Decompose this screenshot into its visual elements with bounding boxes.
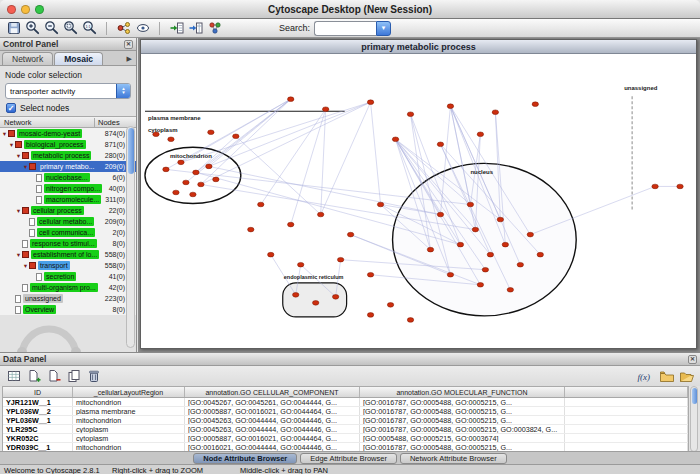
network-node[interactable]: [298, 262, 304, 267]
network-node[interactable]: [233, 134, 239, 139]
network-node[interactable]: [213, 177, 219, 182]
tree-row[interactable]: ▼mosaic-demo-yeast874(0): [0, 128, 136, 139]
network-node[interactable]: [652, 184, 658, 189]
formula-builder-icon[interactable]: f(x): [634, 368, 655, 384]
tree-row[interactable]: Overview8(0): [0, 304, 136, 315]
zoom-selected-icon[interactable]: [62, 20, 79, 36]
network-node[interactable]: [377, 202, 383, 207]
expand-toggle-icon[interactable]: ▼: [8, 142, 15, 148]
network-node[interactable]: [178, 160, 184, 165]
network-node[interactable]: [337, 257, 343, 262]
network-node[interactable]: [347, 232, 353, 237]
table-row[interactable]: YPL036W__1mitochondrion[GO:0045263, GO:0…: [3, 416, 688, 425]
scrollbar-thumb[interactable]: [128, 128, 134, 174]
tree-row[interactable]: unassigned223(0): [0, 293, 136, 304]
tab-mosaic[interactable]: Mosaic: [54, 52, 103, 65]
network-node[interactable]: [427, 247, 433, 252]
network-node[interactable]: [407, 318, 413, 323]
network-node[interactable]: [477, 132, 483, 137]
network-node[interactable]: [367, 272, 373, 277]
first-neighbors-icon[interactable]: [115, 20, 132, 36]
expand-toggle-icon[interactable]: ▼: [15, 208, 22, 214]
network-node[interactable]: [248, 227, 254, 232]
save-session-icon[interactable]: [5, 20, 22, 36]
network-node[interactable]: [198, 182, 204, 187]
tree-row[interactable]: response to stimul...8(0): [0, 238, 136, 249]
tab-edge-attribute-browser[interactable]: Edge Attribute Browser: [300, 453, 397, 464]
tree-row[interactable]: macromolecule...311(0): [0, 194, 136, 205]
network-node[interactable]: [173, 190, 179, 195]
tree-row[interactable]: ▼metabolic process280(0): [0, 150, 136, 161]
table-row[interactable]: YJR121W__1mitochondrion[GO:0045267, GO:0…: [3, 398, 688, 407]
network-node[interactable]: [288, 97, 294, 102]
open-table-icon[interactable]: [678, 368, 695, 384]
color-attribute-combo[interactable]: transporter activity ▲▼: [5, 83, 131, 99]
network-node[interactable]: [190, 192, 196, 197]
network-node[interactable]: [332, 295, 338, 300]
network-node[interactable]: [407, 112, 413, 117]
create-attribute-icon[interactable]: [25, 368, 42, 384]
tree-row[interactable]: ▼biological_process871(0): [0, 139, 136, 150]
network-node[interactable]: [527, 232, 533, 237]
select-nodes-checkbox[interactable]: ✓: [6, 103, 16, 113]
zoom-out-icon[interactable]: [43, 20, 60, 36]
column-header[interactable]: annotation.GO MOLECULAR_FUNCTION: [360, 387, 565, 397]
tree-row[interactable]: nitrogen compo...40(0): [0, 183, 136, 194]
network-node[interactable]: [258, 202, 264, 207]
tree-row[interactable]: secretion41(0): [0, 271, 136, 282]
table-scrollbar[interactable]: [690, 386, 698, 452]
window-titlebar[interactable]: Cytoscape Desktop (New Session): [0, 0, 700, 19]
network-canvas[interactable]: plasma membranecytoplasmmitochondrionnuc…: [141, 54, 696, 348]
tree-row[interactable]: cell communica...2(0): [0, 227, 136, 238]
tree-row[interactable]: nucleobase...6(0): [0, 172, 136, 183]
network-node[interactable]: [367, 313, 373, 318]
network-node[interactable]: [183, 180, 189, 185]
tree-row[interactable]: ▼cellular process22(0): [0, 205, 136, 216]
network-node[interactable]: [268, 252, 274, 257]
network-node[interactable]: [163, 167, 169, 172]
network-node[interactable]: [367, 100, 373, 105]
zoom-in-icon[interactable]: [24, 20, 41, 36]
expand-toggle-icon[interactable]: ▼: [1, 131, 8, 137]
column-header[interactable]: annotation.GO CELLULAR_COMPONENT: [185, 387, 360, 397]
copy-attribute-icon[interactable]: [65, 368, 82, 384]
network-node[interactable]: [532, 102, 538, 107]
network-node[interactable]: [502, 242, 508, 247]
tree-row[interactable]: ▼transport558(0): [0, 260, 136, 271]
select-attributes-icon[interactable]: [5, 368, 22, 384]
graphics-details-icon[interactable]: [134, 20, 151, 36]
network-node[interactable]: [477, 282, 483, 287]
tab-network-attribute-browser[interactable]: Network Attribute Browser: [400, 453, 507, 464]
network-node[interactable]: [492, 110, 498, 115]
control-panel-scrollbar[interactable]: [126, 126, 135, 348]
network-node[interactable]: [293, 293, 299, 298]
network-node[interactable]: [392, 137, 398, 142]
clear-table-icon[interactable]: [85, 368, 102, 384]
expand-toggle-icon[interactable]: ▼: [15, 252, 22, 258]
network-node[interactable]: [208, 130, 214, 135]
column-header[interactable]: _cellularLayoutRegion: [73, 387, 185, 397]
expand-toggle-icon[interactable]: ▼: [15, 153, 22, 159]
network-node[interactable]: [487, 252, 493, 257]
network-node[interactable]: [317, 212, 323, 217]
network-node[interactable]: [288, 222, 294, 227]
network-node[interactable]: [507, 287, 513, 292]
tab-node-attribute-browser[interactable]: Node Attribute Browser: [193, 453, 297, 464]
search-dropdown-icon[interactable]: ▼: [376, 21, 391, 36]
tab-network[interactable]: Network: [2, 52, 53, 65]
network-node[interactable]: [482, 267, 488, 272]
network-node[interactable]: [437, 142, 443, 147]
control-panel-close-icon[interactable]: ✕: [124, 40, 133, 49]
network-node[interactable]: [206, 164, 212, 169]
network-frame-titlebar[interactable]: primary metabolic process: [141, 40, 696, 54]
close-window-button[interactable]: [7, 5, 16, 14]
network-node[interactable]: [168, 137, 174, 142]
data-panel-close-icon[interactable]: ✕: [688, 355, 697, 364]
import-attributes-icon[interactable]: [187, 20, 204, 36]
maximize-window-button[interactable]: [35, 5, 44, 14]
network-node[interactable]: [387, 303, 393, 308]
table-row[interactable]: YKR052Ccytoplasm[GO:0005887, GO:0016021,…: [3, 434, 688, 443]
column-header[interactable]: ID: [3, 387, 73, 397]
nucleus-region[interactable]: [393, 163, 577, 316]
network-node[interactable]: [472, 227, 478, 232]
